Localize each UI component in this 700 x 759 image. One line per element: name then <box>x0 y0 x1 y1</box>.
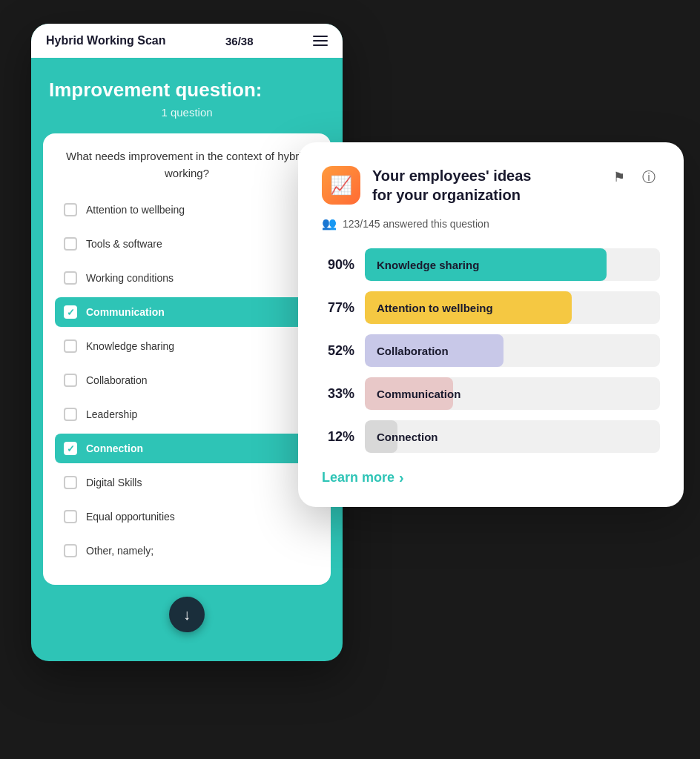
phone-title: Hybrid Working Scan <box>46 34 166 47</box>
scene: Hybrid Working Scan 36/38 Improvement qu… <box>16 24 684 735</box>
respondents-text: 123/145 answered this question <box>343 218 489 230</box>
bar-fill: Connection <box>365 420 397 453</box>
checkbox-unchecked <box>64 339 77 353</box>
phone-header: Hybrid Working Scan 36/38 <box>31 24 343 58</box>
people-icon: 👥 <box>322 216 337 231</box>
checkbox-checked: ✓ <box>64 305 77 319</box>
scroll-down-button[interactable]: ↓ <box>169 597 205 632</box>
list-item-selected[interactable]: ✓ Communication <box>55 297 319 327</box>
bar-label: Communication <box>377 388 460 400</box>
list-item-selected[interactable]: ✓ Connection <box>55 434 319 463</box>
list-item[interactable]: Knowledge sharing <box>55 331 319 361</box>
improvement-heading: Improvement question: <box>49 79 325 102</box>
bar-row: 12% Connection <box>322 420 660 453</box>
arrow-down-icon: ↓ <box>183 607 191 622</box>
item-label: Connection <box>86 443 143 454</box>
item-label: Digital Skills <box>86 477 142 488</box>
results-actions: ⚑ ⓘ <box>608 166 660 188</box>
bar-label: Knowledge sharing <box>377 259 479 271</box>
bar-label: Collaboration <box>377 345 449 357</box>
phone-card: Hybrid Working Scan 36/38 Improvement qu… <box>31 24 343 661</box>
learn-more-text: Learn more <box>322 470 394 485</box>
scroll-indicator: ↓ <box>31 597 343 632</box>
checkbox-unchecked <box>64 237 77 251</box>
results-title-area: Your employees' ideas for your organizat… <box>372 166 596 205</box>
bar-container: Attention to wellbeing <box>365 291 660 324</box>
checkbox-unchecked <box>64 510 77 523</box>
list-item[interactable]: Other, namely; <box>55 536 319 566</box>
bar-percent: 12% <box>322 429 354 445</box>
bar-fill: Knowledge sharing <box>365 248 607 281</box>
checkbox-list: Attention to wellbeing Tools & software … <box>55 195 319 566</box>
checkbox-checked: ✓ <box>64 442 77 455</box>
item-label: Tools & software <box>86 238 162 250</box>
bar-label: Attention to wellbeing <box>377 302 493 314</box>
bar-percent: 52% <box>322 343 354 359</box>
item-label: Equal opportunities <box>86 511 175 523</box>
list-item[interactable]: Tools & software <box>55 229 319 259</box>
item-label: Other, namely; <box>86 545 153 557</box>
list-item[interactable]: Leadership <box>55 400 319 429</box>
learn-more-row[interactable]: Learn more › <box>322 469 660 486</box>
item-label: Attention to wellbeing <box>86 204 185 216</box>
checkbox-unchecked <box>64 544 77 557</box>
results-title: Your employees' ideas for your organizat… <box>372 166 596 205</box>
checkbox-unchecked <box>64 203 77 216</box>
question-card: What needs improvement in the context of… <box>43 133 331 585</box>
list-item[interactable]: Attention to wellbeing <box>55 195 319 225</box>
bar-container: Knowledge sharing <box>365 248 660 281</box>
item-label: Working conditions <box>86 272 174 284</box>
info-icon[interactable]: ⓘ <box>638 166 660 188</box>
results-card: 📈 Your employees' ideas for your organiz… <box>298 142 684 507</box>
item-label: Collaboration <box>86 374 148 386</box>
list-item[interactable]: Working conditions <box>55 263 319 293</box>
list-item[interactable]: Equal opportunities <box>55 502 319 531</box>
teal-section: Improvement question: 1 question <box>31 58 343 133</box>
bar-fill: Communication <box>365 377 453 410</box>
list-item[interactable]: Digital Skills <box>55 468 319 497</box>
checkbox-unchecked <box>64 271 77 285</box>
results-header: 📈 Your employees' ideas for your organiz… <box>322 166 660 205</box>
item-label: Knowledge sharing <box>86 340 174 352</box>
item-label: Communication <box>86 306 165 318</box>
bar-row: 90% Knowledge sharing <box>322 248 660 281</box>
hamburger-menu-icon[interactable] <box>313 36 328 46</box>
bar-container: Communication <box>365 377 660 410</box>
bar-fill: Collaboration <box>365 334 503 367</box>
checkbox-unchecked <box>64 476 77 489</box>
bar-label: Connection <box>377 431 438 443</box>
bar-row: 33% Communication <box>322 377 660 410</box>
improvement-subheading: 1 question <box>49 106 325 119</box>
phone-counter: 36/38 <box>225 35 254 47</box>
chevron-right-icon: › <box>399 469 404 486</box>
bar-fill: Attention to wellbeing <box>365 291 572 324</box>
list-item[interactable]: Collaboration <box>55 365 319 395</box>
bar-row: 77% Attention to wellbeing <box>322 291 660 324</box>
checkbox-unchecked <box>64 408 77 421</box>
pin-icon[interactable]: ⚑ <box>608 166 630 188</box>
bar-percent: 33% <box>322 386 354 402</box>
bar-row: 52% Collaboration <box>322 334 660 367</box>
question-text: What needs improvement in the context of… <box>55 148 319 182</box>
bar-percent: 77% <box>322 300 354 316</box>
bar-percent: 90% <box>322 257 354 273</box>
checkbox-unchecked <box>64 374 77 387</box>
respondents-row: 👥 123/145 answered this question <box>322 216 660 231</box>
results-emoji-icon: 📈 <box>322 166 360 205</box>
item-label: Leadership <box>86 408 137 420</box>
bar-container: Connection <box>365 420 660 453</box>
bar-container: Collaboration <box>365 334 660 367</box>
